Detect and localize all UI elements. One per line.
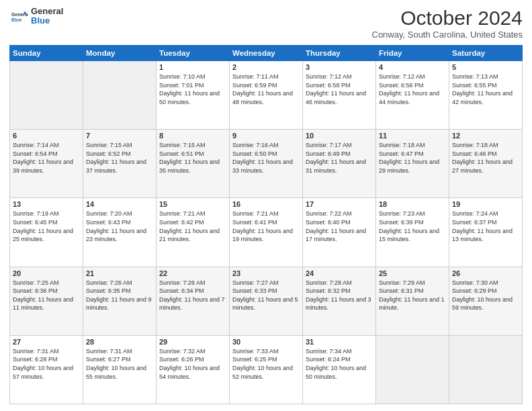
day-info: Sunrise: 7:10 AMSunset: 7:01 PMDaylight:… <box>159 73 226 106</box>
calendar-week-1: 1Sunrise: 7:10 AMSunset: 7:01 PMDaylight… <box>10 61 523 130</box>
calendar-week-2: 6Sunrise: 7:14 AMSunset: 6:54 PMDaylight… <box>10 130 523 198</box>
day-number: 25 <box>379 269 446 277</box>
calendar-cell: 16Sunrise: 7:21 AMSunset: 6:41 PMDayligh… <box>230 198 303 267</box>
day-number: 30 <box>232 338 300 346</box>
day-info: Sunrise: 7:22 AMSunset: 6:40 PMDaylight:… <box>306 210 373 243</box>
day-number: 2 <box>232 63 300 71</box>
col-header-wednesday: Wednesday <box>230 46 303 61</box>
calendar-cell: 1Sunrise: 7:10 AMSunset: 7:01 PMDaylight… <box>157 61 230 130</box>
calendar-cell: 26Sunrise: 7:30 AMSunset: 6:29 PMDayligh… <box>449 267 523 335</box>
day-info: Sunrise: 7:15 AMSunset: 6:51 PMDaylight:… <box>159 141 226 175</box>
logo-text-blue: Blue <box>31 16 63 26</box>
calendar-cell: 10Sunrise: 7:17 AMSunset: 6:49 PMDayligh… <box>303 130 376 198</box>
day-info: Sunrise: 7:32 AMSunset: 6:26 PMDaylight:… <box>159 347 226 381</box>
col-header-friday: Friday <box>376 46 449 61</box>
day-number: 20 <box>13 269 80 277</box>
day-number: 24 <box>306 269 373 277</box>
calendar-cell: 13Sunrise: 7:19 AMSunset: 6:45 PMDayligh… <box>10 198 83 267</box>
calendar-cell <box>83 61 157 130</box>
day-number: 4 <box>379 63 446 71</box>
day-info: Sunrise: 7:16 AMSunset: 6:50 PMDaylight:… <box>232 141 300 175</box>
day-number: 18 <box>379 200 446 208</box>
day-info: Sunrise: 7:31 AMSunset: 6:27 PMDaylight:… <box>86 347 153 381</box>
calendar-cell: 14Sunrise: 7:20 AMSunset: 6:43 PMDayligh… <box>83 198 157 267</box>
day-info: Sunrise: 7:20 AMSunset: 6:43 PMDaylight:… <box>86 210 153 243</box>
day-info: Sunrise: 7:13 AMSunset: 6:55 PMDaylight:… <box>452 73 519 106</box>
calendar-cell: 3Sunrise: 7:12 AMSunset: 6:58 PMDaylight… <box>303 61 376 130</box>
calendar-cell: 17Sunrise: 7:22 AMSunset: 6:40 PMDayligh… <box>303 198 376 267</box>
col-header-tuesday: Tuesday <box>157 46 230 61</box>
day-info: Sunrise: 7:21 AMSunset: 6:42 PMDaylight:… <box>159 210 226 243</box>
day-info: Sunrise: 7:12 AMSunset: 6:58 PMDaylight:… <box>306 73 373 106</box>
day-number: 13 <box>13 200 80 208</box>
day-info: Sunrise: 7:14 AMSunset: 6:54 PMDaylight:… <box>13 141 80 175</box>
calendar-cell: 28Sunrise: 7:31 AMSunset: 6:27 PMDayligh… <box>83 335 157 404</box>
day-info: Sunrise: 7:21 AMSunset: 6:41 PMDaylight:… <box>232 210 300 243</box>
day-info: Sunrise: 7:33 AMSunset: 6:25 PMDaylight:… <box>232 347 300 381</box>
day-info: Sunrise: 7:18 AMSunset: 6:46 PMDaylight:… <box>452 141 519 175</box>
day-number: 10 <box>306 132 373 140</box>
day-number: 14 <box>86 200 153 208</box>
logo-text-general: General <box>31 7 63 16</box>
day-number: 31 <box>306 338 373 346</box>
calendar-week-5: 27Sunrise: 7:31 AMSunset: 6:28 PMDayligh… <box>10 335 523 404</box>
day-info: Sunrise: 7:24 AMSunset: 6:37 PMDaylight:… <box>452 210 519 243</box>
calendar-cell: 18Sunrise: 7:23 AMSunset: 6:39 PMDayligh… <box>376 198 449 267</box>
calendar-cell: 11Sunrise: 7:18 AMSunset: 6:47 PMDayligh… <box>376 130 449 198</box>
calendar-week-3: 13Sunrise: 7:19 AMSunset: 6:45 PMDayligh… <box>10 198 523 267</box>
title-block: October 2024 Conway, South Carolina, Uni… <box>372 7 523 40</box>
svg-text:Blue: Blue <box>11 17 21 22</box>
calendar-cell: 12Sunrise: 7:18 AMSunset: 6:46 PMDayligh… <box>449 130 523 198</box>
day-number: 26 <box>452 269 519 277</box>
calendar-cell: 30Sunrise: 7:33 AMSunset: 6:25 PMDayligh… <box>230 335 303 404</box>
day-number: 15 <box>159 200 226 208</box>
calendar-cell: 2Sunrise: 7:11 AMSunset: 6:59 PMDaylight… <box>230 61 303 130</box>
calendar-header-row: SundayMondayTuesdayWednesdayThursdayFrid… <box>10 46 523 61</box>
calendar-cell: 23Sunrise: 7:27 AMSunset: 6:33 PMDayligh… <box>230 267 303 335</box>
calendar-cell: 5Sunrise: 7:13 AMSunset: 6:55 PMDaylight… <box>449 61 523 130</box>
calendar-cell: 22Sunrise: 7:26 AMSunset: 6:34 PMDayligh… <box>157 267 230 335</box>
day-number: 5 <box>452 63 519 71</box>
calendar-cell: 6Sunrise: 7:14 AMSunset: 6:54 PMDaylight… <box>10 130 83 198</box>
day-info: Sunrise: 7:29 AMSunset: 6:31 PMDaylight:… <box>379 279 446 312</box>
month-title: October 2024 <box>372 7 523 30</box>
col-header-saturday: Saturday <box>449 46 523 61</box>
calendar-cell: 4Sunrise: 7:12 AMSunset: 6:56 PMDaylight… <box>376 61 449 130</box>
logo-icon: General Blue <box>9 7 28 26</box>
day-info: Sunrise: 7:26 AMSunset: 6:34 PMDaylight:… <box>159 279 226 312</box>
day-info: Sunrise: 7:26 AMSunset: 6:35 PMDaylight:… <box>86 279 153 312</box>
calendar-cell: 27Sunrise: 7:31 AMSunset: 6:28 PMDayligh… <box>10 335 83 404</box>
header: General Blue General Blue October 2024 C… <box>9 7 523 40</box>
calendar-table: SundayMondayTuesdayWednesdayThursdayFrid… <box>9 45 523 404</box>
col-header-sunday: Sunday <box>10 46 83 61</box>
day-number: 29 <box>159 338 226 346</box>
day-info: Sunrise: 7:19 AMSunset: 6:45 PMDaylight:… <box>13 210 80 243</box>
calendar-cell: 15Sunrise: 7:21 AMSunset: 6:42 PMDayligh… <box>157 198 230 267</box>
day-number: 12 <box>452 132 519 140</box>
calendar-cell <box>376 335 449 404</box>
day-info: Sunrise: 7:28 AMSunset: 6:32 PMDaylight:… <box>306 279 373 312</box>
day-number: 19 <box>452 200 519 208</box>
calendar-cell: 8Sunrise: 7:15 AMSunset: 6:51 PMDaylight… <box>157 130 230 198</box>
day-info: Sunrise: 7:30 AMSunset: 6:29 PMDaylight:… <box>452 279 519 312</box>
calendar-cell: 7Sunrise: 7:15 AMSunset: 6:52 PMDaylight… <box>83 130 157 198</box>
day-info: Sunrise: 7:34 AMSunset: 6:24 PMDaylight:… <box>306 347 373 381</box>
day-number: 17 <box>306 200 373 208</box>
day-number: 1 <box>159 63 226 71</box>
calendar-cell: 21Sunrise: 7:26 AMSunset: 6:35 PMDayligh… <box>83 267 157 335</box>
day-number: 8 <box>159 132 226 140</box>
day-info: Sunrise: 7:15 AMSunset: 6:52 PMDaylight:… <box>86 141 153 175</box>
day-info: Sunrise: 7:11 AMSunset: 6:59 PMDaylight:… <box>232 73 300 106</box>
day-info: Sunrise: 7:31 AMSunset: 6:28 PMDaylight:… <box>13 347 80 381</box>
calendar-cell: 24Sunrise: 7:28 AMSunset: 6:32 PMDayligh… <box>303 267 376 335</box>
calendar-cell <box>449 335 523 404</box>
day-info: Sunrise: 7:25 AMSunset: 6:36 PMDaylight:… <box>13 279 80 312</box>
calendar-cell: 29Sunrise: 7:32 AMSunset: 6:26 PMDayligh… <box>157 335 230 404</box>
col-header-monday: Monday <box>83 46 157 61</box>
day-info: Sunrise: 7:12 AMSunset: 6:56 PMDaylight:… <box>379 73 446 106</box>
day-number: 7 <box>86 132 153 140</box>
day-number: 6 <box>13 132 80 140</box>
day-number: 27 <box>13 338 80 346</box>
page: General Blue General Blue October 2024 C… <box>0 0 532 411</box>
calendar-cell: 31Sunrise: 7:34 AMSunset: 6:24 PMDayligh… <box>303 335 376 404</box>
